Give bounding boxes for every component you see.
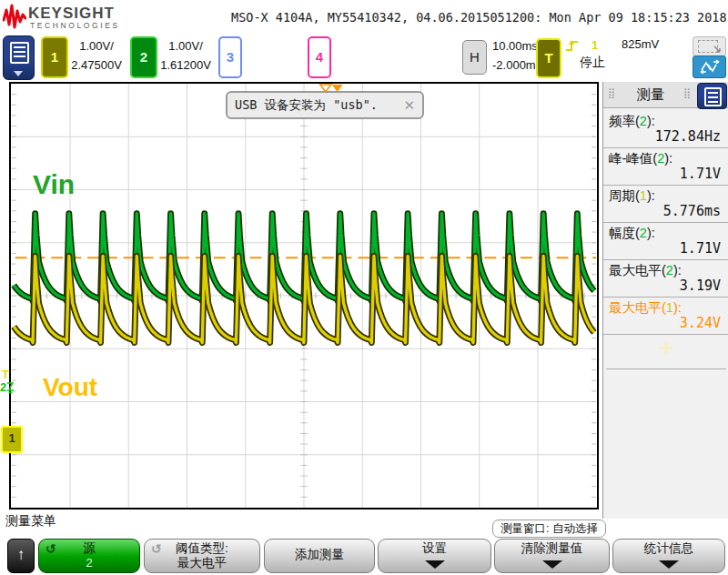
vout-annotation: Vout xyxy=(43,373,97,402)
brand-subtitle: TECHNOLOGIES xyxy=(30,21,120,30)
menu-title: 测量菜单 xyxy=(5,513,56,530)
close-icon[interactable]: ✕ xyxy=(403,97,415,114)
waveform-display xyxy=(9,82,599,509)
sidebar-menu-button[interactable] xyxy=(3,35,35,80)
brand-name: KEYSIGHT xyxy=(28,5,115,23)
softkey-clear-measurements[interactable]: 清除测量值 xyxy=(494,539,610,573)
channel-3-button[interactable]: 3 xyxy=(218,36,242,78)
menu-down-icon xyxy=(542,560,562,569)
measurement-value: 172.84Hz xyxy=(655,128,721,145)
run-state-label: 停止 xyxy=(580,55,605,71)
usb-toast-text: USB 设备安装为 "usb". xyxy=(235,97,378,114)
trigger-button[interactable]: T xyxy=(536,38,561,78)
softkey-statistics[interactable]: 统计信息 xyxy=(612,539,725,573)
measurement-panel-header[interactable]: ⣿ 测量 ⣿ xyxy=(603,82,728,108)
channel-1-ground-marker[interactable]: 1 xyxy=(1,426,23,453)
screenshot-tool-button[interactable] xyxy=(693,36,726,56)
trigger-level-marker[interactable]: T xyxy=(2,368,9,381)
softkey-settings[interactable]: 设置 xyxy=(378,539,491,573)
panel-menu-button[interactable] xyxy=(697,83,727,109)
chevron-down-icon xyxy=(14,71,23,76)
horizontal-settings[interactable]: 10.00ms/ -2.000ms xyxy=(492,36,541,75)
measurement-value: 3.24V xyxy=(680,315,721,331)
panel-separator xyxy=(606,368,726,369)
system-title: MSO-X 4104A, MY55410342, 04.06.201505120… xyxy=(231,10,727,25)
channel-4-button[interactable]: 4 xyxy=(308,36,331,78)
measurement-panel: ⣿ 测量 ⣿ 频率(2): 172.84Hz 峰-峰值(2): 1.71V 周期… xyxy=(602,82,728,519)
keysight-logo-icon xyxy=(3,3,26,34)
list-icon xyxy=(704,87,722,106)
menu-up-button[interactable]: ↑ xyxy=(7,539,35,573)
measurement-value: 5.776ms xyxy=(663,203,721,219)
horizontal-button[interactable]: H xyxy=(462,40,487,75)
measurement-row-max-level-ch2[interactable]: 最大电平(2): 3.19V xyxy=(603,260,728,298)
softkey-threshold-type[interactable]: ↺ 阈值类型: 最大电平 xyxy=(144,539,260,573)
horizontal-scale: 10.00ms/ xyxy=(492,36,541,55)
channel-2-offset: 1.61200V xyxy=(154,55,217,75)
measurement-value: 1.71V xyxy=(680,240,721,257)
horizontal-delay: -2.000ms xyxy=(492,55,541,75)
channel-1-scale: 1.00V/ xyxy=(65,36,128,55)
channel-1-settings[interactable]: 1.00V/ 2.47500V xyxy=(65,36,128,75)
list-icon xyxy=(10,42,29,64)
drag-grip-icon[interactable]: ⣿ xyxy=(683,87,690,99)
measurement-row-amplitude[interactable]: 幅度(2): 1.71V xyxy=(603,223,728,260)
usb-toast: USB 设备安装为 "usb". ✕ xyxy=(226,91,424,119)
measurement-row-period[interactable]: 周期(1): 5.776ms xyxy=(603,186,728,223)
channel-2-ground-marker[interactable]: 2 xyxy=(0,380,15,395)
measurement-value: 1.71V xyxy=(680,166,721,182)
measurement-row-peak-peak[interactable]: 峰-峰值(2): 1.71V xyxy=(603,148,728,186)
measurement-value: 3.19V xyxy=(680,277,721,294)
channel-2-scale: 1.00V/ xyxy=(154,36,217,55)
rising-edge-icon xyxy=(565,38,580,56)
add-measurement-button[interactable]: + xyxy=(603,335,728,362)
cycle-icon: ↺ xyxy=(151,541,162,556)
measurement-row-max-level-ch1[interactable]: 最大电平(1): 3.24V xyxy=(603,298,728,335)
cycle-icon: ↺ xyxy=(46,541,56,556)
waveform-tool-button[interactable] xyxy=(693,55,726,78)
channel-2-settings[interactable]: 1.00V/ 1.61200V xyxy=(154,36,217,75)
menu-down-icon xyxy=(659,560,679,569)
trigger-level: 825mV xyxy=(622,37,659,51)
softkey-add-measurement[interactable]: 添加测量 xyxy=(264,539,375,573)
measurement-row-frequency[interactable]: 频率(2): 172.84Hz xyxy=(603,111,728,148)
channel-1-offset: 2.47500V xyxy=(65,55,128,75)
vin-annotation: Vin xyxy=(33,169,75,200)
measurement-window-label[interactable]: 测量窗口: 自动选择 xyxy=(492,520,606,538)
trigger-source: 1 xyxy=(592,38,598,52)
menu-down-icon xyxy=(425,560,445,569)
softkey-source[interactable]: ↺ 源 2 xyxy=(38,539,140,573)
